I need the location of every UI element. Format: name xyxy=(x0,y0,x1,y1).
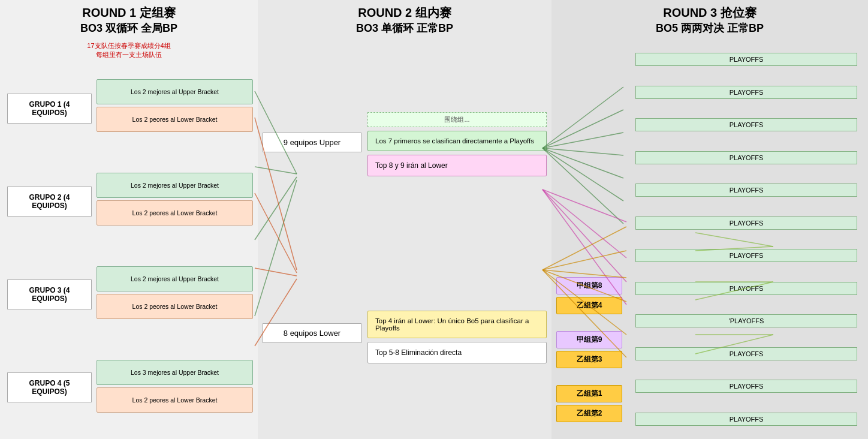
bracket-g1-lower: Los 2 peores al Lower Bracket xyxy=(97,107,253,132)
playoffs-7: PLAYOFFS xyxy=(635,249,857,262)
round3-subtitle: BO5 两两对决 正常BP xyxy=(556,21,863,35)
playoffs-2: PLAYOFFS xyxy=(635,86,857,99)
round2-column: ROUND 2 组内赛 BO3 单循环 正常BP 9 equipos Upper… xyxy=(258,0,551,439)
bracket-jia8: 甲组第8 xyxy=(556,277,622,294)
bracket-yi3: 乙组第3 xyxy=(556,351,622,368)
round3-header: ROUND 3 抢位赛 BO5 两两对决 正常BP xyxy=(556,5,863,35)
upper-note: 围绕组... xyxy=(367,112,547,127)
bracket-g4-upper: Los 3 mejores al Upper Bracket xyxy=(97,360,253,385)
group4-brackets: Los 3 mejores al Upper Bracket Los 2 peo… xyxy=(97,360,253,413)
group1-brackets: Los 2 mejores al Upper Bracket Los 2 peo… xyxy=(97,79,253,132)
round1-column: ROUND 1 定组赛 BO3 双循环 全局BP 17支队伍按春季赛成绩分4组 … xyxy=(0,0,258,439)
round2-title: ROUND 2 组内赛 xyxy=(263,5,547,21)
group2-brackets: Los 2 mejores al Upper Bracket Los 2 peo… xyxy=(97,173,253,225)
playoffs-1: PLAYOFFS xyxy=(635,53,857,66)
round1-note: 17支队伍按春季赛成绩分4组 每组里有一支主场队伍 xyxy=(5,41,253,60)
upper-bracket-box: 9 equipos Upper xyxy=(263,133,361,152)
bracket-g4-lower: Los 2 peores al Lower Bracket xyxy=(97,387,253,413)
playoffs-6: PLAYOFFS xyxy=(635,217,857,230)
round2-subtitle: BO3 单循环 正常BP xyxy=(263,21,547,35)
bracket-g3-upper: Los 2 mejores al Upper Bracket xyxy=(97,266,253,291)
lower-result1-box: Top 4 irán al Lower: Un único Bo5 para c… xyxy=(367,311,547,338)
round3-title: ROUND 3 抢位赛 xyxy=(556,5,863,21)
round3-column: ROUND 3 抢位赛 BO5 两两对决 正常BP 甲组第8 乙组第4 甲组第9… xyxy=(551,0,868,439)
playoffs-3: PLAYOFFS xyxy=(635,118,857,131)
bracket-yi1: 乙组第1 xyxy=(556,385,622,402)
round1-header: ROUND 1 定组赛 BO3 双循环 全局BP xyxy=(5,5,253,35)
playoffs-9: 'PLAYOFFS xyxy=(635,314,857,327)
round1-title: ROUND 1 定组赛 xyxy=(5,5,253,21)
bracket-jia9: 甲组第9 xyxy=(556,331,622,348)
playoffs-8: PLAYOFFS xyxy=(635,282,857,295)
bracket-yi4: 乙组第4 xyxy=(556,297,622,314)
bracket-g2-upper: Los 2 mejores al Upper Bracket xyxy=(97,173,253,198)
playoffs-5: PLAYOFFS xyxy=(635,184,857,197)
group3-box: GRUPO 3 (4 EQUIPOS) xyxy=(7,279,92,309)
main-container: ROUND 1 定组赛 BO3 双循环 全局BP 17支队伍按春季赛成绩分4组 … xyxy=(0,0,868,439)
group1-box: GRUPO 1 (4 EQUIPOS) xyxy=(7,94,92,124)
group2-box: GRUPO 2 (4 EQUIPOS) xyxy=(7,187,92,217)
upper-result2-box: Top 8 y 9 irán al Lower xyxy=(367,155,547,176)
bracket-yi2: 乙组第2 xyxy=(556,405,622,422)
round2-header: ROUND 2 组内赛 BO3 单循环 正常BP xyxy=(263,5,547,35)
playoffs-11: PLAYOFFS xyxy=(635,380,857,393)
playoffs-10: PLAYOFFS xyxy=(635,347,857,360)
round1-subtitle: BO3 双循环 全局BP xyxy=(5,21,253,35)
upper-result1-box: Los 7 primeros se clasifican directament… xyxy=(367,131,547,151)
playoffs-4: PLAYOFFS xyxy=(635,151,857,164)
group3-brackets: Los 2 mejores al Upper Bracket Los 2 peo… xyxy=(97,266,253,319)
bracket-g3-lower: Los 2 peores al Lower Bracket xyxy=(97,294,253,319)
bracket-g2-lower: Los 2 peores al Lower Bracket xyxy=(97,200,253,225)
lower-result2-box: Top 5-8 Eliminación directa xyxy=(367,342,547,363)
group4-box: GRUPO 4 (5 EQUIPOS) xyxy=(7,372,92,402)
bracket-g1-upper: Los 2 mejores al Upper Bracket xyxy=(97,79,253,104)
lower-bracket-box: 8 equipos Lower xyxy=(263,323,361,343)
playoffs-12: PLAYOFFS xyxy=(635,413,857,426)
